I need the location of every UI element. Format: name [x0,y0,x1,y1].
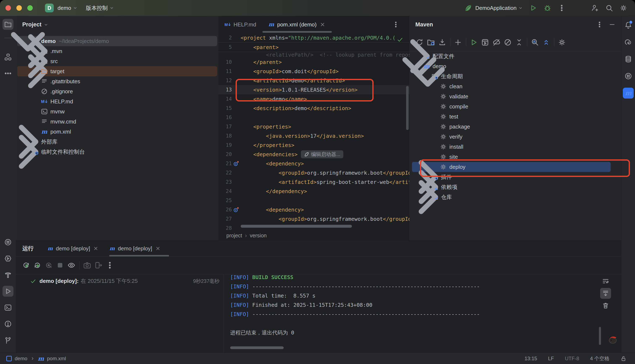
code-line-27[interactable]: 27 <groupId>org.springframework.boot</gr… [219,214,409,224]
eye-icon[interactable] [67,261,76,270]
maven-row-compile[interactable]: compile [409,102,621,112]
soft-wrap-button[interactable] [600,276,611,287]
scroll-to-end-button[interactable] [600,288,611,299]
maven-row-verify[interactable]: verify [409,132,621,142]
rerun-icon[interactable] [22,261,30,270]
code-with-me-button[interactable] [591,4,599,12]
code-line-12[interactable]: 12 <artifactId>demo</artifactId> [219,76,409,85]
collapse-icon[interactable] [515,38,523,46]
lock-icon[interactable] [620,356,626,362]
line-separator[interactable]: LF [548,356,554,362]
code-line-clipped[interactable]: <relativePath/> <!-- lookup parent from … [219,52,409,58]
caret-position[interactable]: 13:15 [525,356,537,362]
run-tab-demo [deploy][interactable]: mdemo [deploy] [104,240,166,256]
code-line-17[interactable]: 17 <properties> [219,122,409,131]
console-horizontal-scrollbar[interactable] [230,346,284,349]
code-line-18[interactable]: 18 <java.version>17</java.version> [219,131,409,140]
beans-tool-button[interactable] [3,237,14,248]
maven-row-package[interactable]: package [409,122,621,132]
vcs-tool-button[interactable] [3,335,14,346]
database-tool-button[interactable] [623,54,634,64]
active-run-tab-indicator[interactable] [109,255,169,256]
skip-circle-icon[interactable] [504,38,512,46]
settings-gear-sm-icon[interactable] [558,38,566,46]
build-tool-button[interactable] [3,270,14,280]
analyzer-icon[interactable] [531,38,539,46]
run-entry[interactable]: demo [deploy]: 在 2025/11/15 下午5:25 9秒237… [30,278,220,285]
search-everywhere-button[interactable] [605,4,613,12]
maven-options-button[interactable] [596,21,603,28]
code-line-20[interactable]: 20 <dependencies>编辑启动器... [219,150,409,159]
code-line-25[interactable]: 25 [219,196,409,205]
clear-console-button[interactable] [600,300,611,311]
beans-tool-button[interactable] [623,71,634,82]
code-line-2[interactable]: 2<project xmlns="http://maven.apache.org… [219,33,409,42]
maven-row-clean[interactable]: clean [409,81,621,92]
notifications-button[interactable] [623,20,634,30]
run-button[interactable] [529,4,537,12]
editor-horizontal-scrollbar[interactable] [241,225,352,228]
camera-icon[interactable] [83,261,91,270]
code-line-10[interactable]: 10 </parent> [219,58,409,67]
project-row-.gitattributes[interactable]: .gitattributes [16,76,219,86]
code-line-22[interactable]: 22 <groupId>org.springframework.boot</gr… [219,168,409,178]
file-encoding[interactable]: UTF-8 [565,356,579,362]
offline-icon[interactable] [492,38,501,46]
close-icon[interactable] [155,245,161,252]
problems-tool-button[interactable] [3,318,14,330]
editor-tab-HELP.md[interactable]: MHELP.md [219,16,262,33]
maven-row-validate[interactable]: validate [409,92,621,102]
editor-tab-pom.xml (demo)[interactable]: mpom.xml (demo) [262,16,332,33]
settings-button[interactable] [619,4,627,12]
code-line-5[interactable]: 5 <parent> [219,42,409,52]
execute-box-icon[interactable] [481,38,489,46]
code-line-11[interactable]: 11 <groupId>com.doit</groupId> [219,67,409,76]
code-line-23[interactable]: 23 <artifactId>spring-boot-starter-web</… [219,178,409,186]
console-output[interactable]: [INFO] BUILD SUCCESS[INFO] -------------… [230,273,594,344]
services-tool-button[interactable] [3,253,14,264]
ai-assistant-button[interactable] [623,37,634,48]
rerun-up-icon[interactable] [33,261,42,270]
resume-icon[interactable] [45,261,53,270]
run-tab-demo [deploy][interactable]: mdemo [deploy] [42,240,104,256]
code-line-24[interactable]: 24 </dependency> [219,186,409,196]
project-row-HELP.md[interactable]: MHELP.md [16,96,219,106]
target-bean-icon[interactable] [233,206,240,213]
hide-maven-panel-button[interactable] [608,21,616,28]
project-row-.gitignore[interactable]: .gitignore [16,86,219,96]
vcs-menu[interactable]: 版本控制 [86,4,114,12]
breadcrumb-project[interactable]: project [226,232,242,238]
target-bean-icon[interactable] [233,160,240,167]
code-line-14[interactable]: 14 <name>demo</name> [219,94,409,104]
active-tab-indicator[interactable] [263,31,332,33]
project-row-临时文件和控制台[interactable]: 临时文件和控制台 [16,147,219,157]
kebab-icon[interactable] [106,261,114,270]
exit-door-icon[interactable] [94,261,103,270]
stop-icon[interactable] [56,261,64,270]
run-tool-button[interactable] [3,286,14,297]
code-line-15[interactable]: 15 <description>demo</description> [219,104,409,113]
code-line-16[interactable]: 16 [219,113,409,122]
close-icon[interactable] [319,21,326,28]
code-editor[interactable]: 2<project xmlns="http://maven.apache.org… [219,33,409,240]
debug-button[interactable] [543,4,551,12]
run-configuration-select[interactable]: DemoApplication [475,5,523,11]
close-icon[interactable] [93,245,99,252]
indent-setting[interactable]: 4 个空格 [590,355,609,362]
code-line-13[interactable]: 13 <version>1.0.1-RELEASES</version> [219,85,409,94]
play-icon[interactable] [470,38,478,46]
project-menu[interactable]: demo [58,5,78,11]
project-row-target[interactable]: target [16,66,219,76]
maven-row-test[interactable]: test [409,112,621,122]
maven-row-仓库[interactable]: 仓库 [409,192,621,202]
maven-row-生命周期[interactable]: 生命周期 [409,71,621,81]
breadcrumb-version[interactable]: version [250,232,267,238]
more-run-actions-button[interactable] [558,4,566,12]
terminal-tool-button[interactable] [3,302,14,313]
maven-tool-button[interactable]: m [623,88,634,98]
edit-starters-chip[interactable]: 编辑启动器... [301,150,343,158]
status-breadcrumb[interactable]: demo m pom.xml [6,355,66,362]
console-vertical-scrollbar[interactable] [599,327,601,345]
code-line-21[interactable]: 21 <dependency> [219,159,409,168]
code-line-26[interactable]: 26 <dependency> [219,205,409,214]
